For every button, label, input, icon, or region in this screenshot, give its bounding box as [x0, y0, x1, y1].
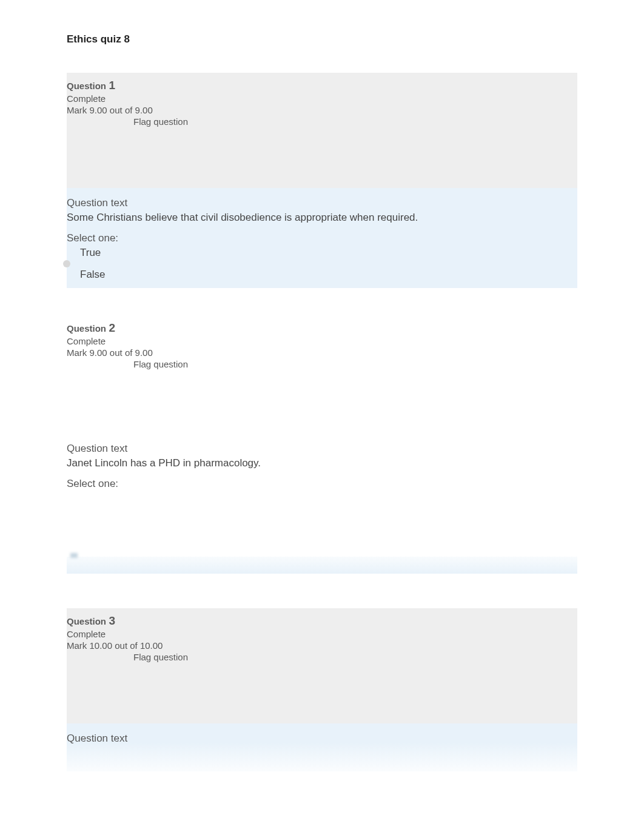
question-prompt: Some Christians believe that civil disob…: [67, 212, 577, 224]
question-number: 1: [109, 79, 115, 92]
radio-icon: [63, 260, 70, 267]
question-number: 2: [109, 321, 115, 334]
question-header: Question 3 Complete Mark 10.00 out of 10…: [67, 608, 577, 723]
option-false-label: False: [80, 269, 106, 280]
question-block-3: Question 3 Complete Mark 10.00 out of 10…: [67, 608, 577, 771]
question-block-2: Question 2 Complete Mark 9.00 out of 9.0…: [67, 315, 577, 581]
question-number: 3: [109, 614, 115, 627]
question-prompt: Janet Lincoln has a PHD in pharmacology.: [67, 457, 577, 469]
option-false[interactable]: False: [67, 269, 577, 281]
content-blur-band: [67, 557, 577, 574]
question-body: Question text Janet Lincoln has a PHD in…: [67, 431, 577, 581]
question-mark: Mark 10.00 out of 10.00: [67, 640, 577, 651]
question-status: Complete: [67, 93, 577, 104]
question-body: Question text Some Christians believe th…: [67, 188, 577, 288]
question-body: Question text: [67, 723, 577, 771]
flag-question-link[interactable]: Flag question: [67, 116, 577, 127]
content-blur: [67, 657, 577, 723]
flag-question-link[interactable]: Flag question: [67, 652, 577, 662]
option-true-label: True: [80, 247, 101, 258]
option-true[interactable]: True: [67, 247, 577, 259]
question-header: Question 1 Complete Mark 9.00 out of 9.0…: [67, 73, 577, 188]
select-one-label: Select one:: [67, 232, 577, 244]
page-title: Ethics quiz 8: [67, 33, 577, 45]
question-block-1: Question 1 Complete Mark 9.00 out of 9.0…: [67, 73, 577, 288]
flag-question-link[interactable]: Flag question: [67, 359, 577, 369]
content-blur: [67, 364, 577, 431]
question-header: Question 2 Complete Mark 9.00 out of 9.0…: [67, 315, 577, 431]
question-label: Question: [67, 81, 106, 91]
question-mark: Mark 9.00 out of 9.00: [67, 347, 577, 358]
question-label: Question: [67, 323, 106, 334]
question-status: Complete: [67, 336, 577, 346]
question-mark: Mark 9.00 out of 9.00: [67, 105, 577, 115]
question-status: Complete: [67, 629, 577, 639]
question-text-label: Question text: [67, 443, 577, 455]
question-label: Question: [67, 616, 106, 626]
select-one-label: Select one:: [67, 478, 577, 490]
question-text-label: Question text: [67, 197, 577, 209]
question-text-label: Question text: [67, 733, 577, 745]
content-blur: [67, 121, 577, 188]
